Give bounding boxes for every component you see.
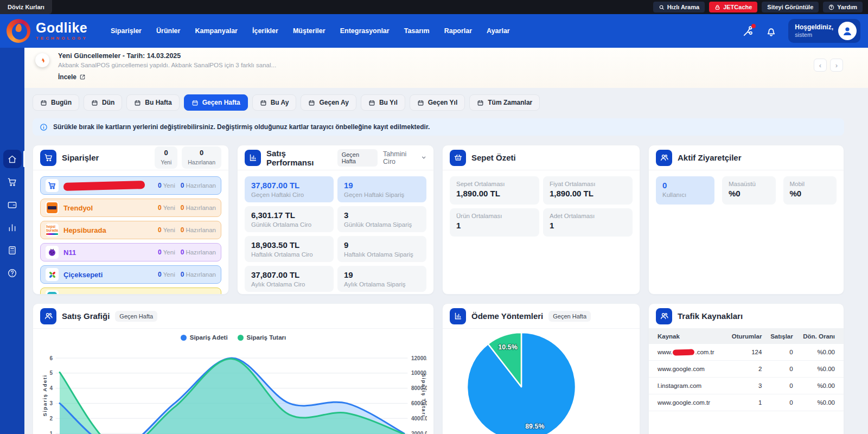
- banner-next-button[interactable]: ›: [830, 59, 843, 72]
- external-link-icon: [79, 74, 86, 80]
- users-icon: [40, 308, 56, 324]
- sidebar-bar-chart-button[interactable]: [3, 218, 22, 237]
- performance-stat: 37,807.00 TLAylık Ortalama Ciro: [245, 266, 334, 292]
- view-site-button[interactable]: Siteyi Görüntüle: [762, 2, 819, 12]
- users-icon: [656, 308, 672, 324]
- sidebar-cart-button[interactable]: [3, 173, 22, 191]
- quick-search-button[interactable]: Hızlı Arama: [653, 2, 705, 12]
- notifications-button[interactable]: [765, 25, 777, 37]
- marketplace-name: Trendyol: [63, 204, 93, 212]
- jetcache-button[interactable]: JETCache: [709, 2, 757, 12]
- performance-stat: 6,301.17 TLGünlük Ortalama Ciro: [245, 206, 334, 232]
- sales-area-chart[interactable]: 12000.0024000.0036000.0048000.00510000.0…: [41, 343, 427, 434]
- marketplace-row-çiçeksepeti[interactable]: Çiçeksepeti0Yeni0Hazırlanan: [40, 265, 221, 284]
- info-icon: [40, 123, 48, 131]
- marketplace-row-hepsiburada[interactable]: hepsiburadaHepsiburada0Yeni0Hazırlanan: [40, 221, 221, 239]
- basket-stat: Adet Ortalaması1: [543, 208, 633, 237]
- sidebar-home-button[interactable]: [3, 150, 22, 168]
- filter-ge-en-y-l[interactable]: Geçen Yıl: [410, 94, 465, 111]
- nav-item-3[interactable]: Kampanyalar: [195, 27, 238, 35]
- nav-item-4[interactable]: İçerikler: [252, 27, 278, 35]
- svg-text:12000.00: 12000.00: [411, 355, 427, 361]
- traffic-row[interactable]: www.google.com20%0.00: [649, 361, 844, 378]
- banner-subtitle: Akbank SanalPOS güncellemesi yapıldı. Ak…: [58, 62, 276, 68]
- svg-text:2000.00: 2000.00: [411, 431, 427, 434]
- marketplace-row-redacted-5[interactable]: 0Yeni0Hazırlanan: [40, 288, 221, 295]
- filter-bu-y-l[interactable]: Bu Yıl: [361, 94, 405, 111]
- payments-period-badge: Geçen Hafta: [548, 311, 591, 322]
- n11-logo: [47, 247, 57, 257]
- svg-text:10.5%: 10.5%: [498, 343, 517, 351]
- main-menu: SiparişlerÜrünlerKampanyalarİçeriklerMüş…: [111, 27, 510, 35]
- filter-t-m-zamanlar[interactable]: Tüm Zamanlar: [469, 94, 540, 111]
- performance-stat: 19Geçen Haftaki Sipariş: [337, 176, 426, 202]
- users-icon: [656, 150, 672, 166]
- estimate-revenue-dropdown[interactable]: Tahmini Ciro: [383, 150, 426, 165]
- svg-text:89.5%: 89.5%: [525, 423, 544, 430]
- calendar-icon: [40, 99, 47, 106]
- marketplace-row-trendyol[interactable]: Trendyol0Yeni0Hazırlanan: [40, 199, 221, 217]
- sidebar-wallet-button[interactable]: [3, 195, 22, 214]
- filter-ge-en-ay[interactable]: Geçen Ay: [301, 94, 356, 111]
- person-icon: [841, 24, 854, 37]
- traffic-row[interactable]: l.instagram.com30%0.00: [649, 378, 844, 394]
- nav-item-7[interactable]: Tasarım: [404, 27, 430, 35]
- visitors-card-title: Aktif Ziyaretçiler: [678, 153, 742, 162]
- marketplace-logo: [47, 292, 57, 295]
- svg-text:2: 2: [49, 416, 53, 422]
- visitors-stat: Masaüstü%0: [722, 176, 776, 205]
- filter-ge-en-hafta[interactable]: Geçen Hafta: [184, 94, 248, 111]
- currency-rates-button[interactable]: Döviz Kurları: [0, 0, 52, 14]
- filter-bu-hafta[interactable]: Bu Hafta: [126, 94, 179, 111]
- sidebar-calculator-button[interactable]: [3, 241, 22, 259]
- legend-item[interactable]: Sipariş Adeti: [181, 334, 228, 341]
- dashboard-main: BugünDünBu HaftaGeçen HaftaBu AyGeçen Ay…: [24, 88, 868, 434]
- sidebar-help-button[interactable]: [3, 264, 22, 282]
- brand-subtitle: TECHNOLOGY: [36, 36, 88, 41]
- nav-item-8[interactable]: Raporlar: [444, 27, 472, 35]
- nav-item-1[interactable]: Siparişler: [111, 27, 142, 35]
- traffic-card-title: Trafik Kaynakları: [678, 311, 743, 321]
- welcome-text: Hoşgeldiniz,: [795, 23, 833, 31]
- traffic-col-header: Satışlar: [767, 329, 798, 344]
- calendar-icon: [477, 99, 484, 106]
- performance-stat: 18,903.50 TLHaftalık Ortalama Ciro: [245, 236, 334, 262]
- integrations-shortcut-button[interactable]: [742, 25, 754, 37]
- orders-stat-yeni[interactable]: 0Yeni: [155, 146, 177, 169]
- banner-incele-link[interactable]: İncele: [58, 73, 276, 81]
- sales-graph-title: Satış Grafiği: [62, 311, 110, 321]
- flame-icon: [35, 53, 49, 67]
- user-menu[interactable]: Hoşgeldiniz, sistem: [788, 19, 860, 43]
- marketplace-row-n11[interactable]: N110Yeni0Hazırlanan: [40, 243, 221, 261]
- filter-bug-n[interactable]: Bugün: [33, 94, 79, 111]
- orders-stat-hazırlanan[interactable]: 0Hazırlanan: [182, 146, 221, 169]
- lock-icon: [714, 4, 720, 10]
- payments-card-title: Ödeme Yöntemleri: [471, 311, 543, 321]
- legend-item[interactable]: Sipariş Tutarı: [238, 334, 286, 341]
- legend-dot: [238, 335, 244, 341]
- help-button[interactable]: Yardım: [823, 2, 863, 12]
- svg-text:1: 1: [49, 431, 53, 434]
- banner-prev-button[interactable]: ‹: [814, 59, 827, 72]
- main-navbar: Godlike TECHNOLOGY SiparişlerÜrünlerKamp…: [0, 14, 868, 48]
- nav-item-5[interactable]: Müşteriler: [293, 27, 326, 35]
- basket-icon: [450, 150, 466, 166]
- svg-text:4: 4: [49, 385, 53, 391]
- traffic-row[interactable]: www.google.com.tr10%0.00: [649, 394, 844, 411]
- svg-text:3: 3: [49, 400, 53, 406]
- bell-icon: [765, 25, 777, 37]
- filter-d-n[interactable]: Dün: [84, 94, 122, 111]
- basket-card-title: Sepet Özeti: [471, 153, 516, 162]
- brand-logo[interactable]: Godlike TECHNOLOGY: [7, 19, 99, 43]
- nav-item-6[interactable]: Entegrasyonlar: [340, 27, 390, 35]
- nav-item-2[interactable]: Ürünler: [156, 27, 180, 35]
- calendar-icon: [134, 99, 141, 106]
- sales-graph-period-badge: Geçen Hafta: [115, 311, 157, 322]
- marketplace-row-redacted-0[interactable]: 0Yeni0Hazırlanan: [40, 176, 221, 195]
- performance-stat: 9Haftalık Ortalama Sipariş: [337, 236, 426, 262]
- filter-bu-ay[interactable]: Bu Ay: [252, 94, 297, 111]
- traffic-row[interactable]: www..com.tr1240%0.00: [649, 344, 844, 361]
- payments-pie-chart[interactable]: 89.5%10.5%: [443, 331, 626, 434]
- bar-chart-icon: [7, 222, 17, 233]
- nav-item-9[interactable]: Ayarlar: [487, 27, 510, 35]
